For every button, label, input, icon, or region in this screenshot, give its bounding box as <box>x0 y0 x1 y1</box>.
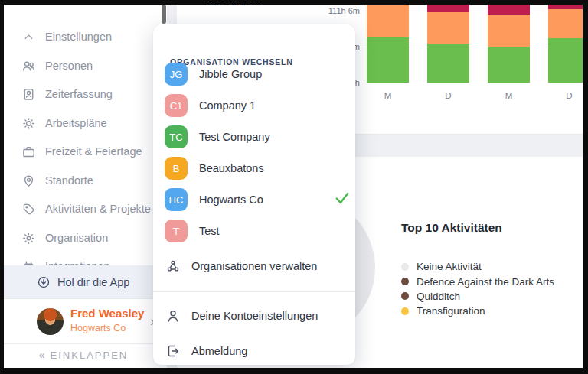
sidebar-item-organisation[interactable]: Organisation <box>21 229 161 246</box>
account-settings-label: Deine Kontoeinstellungen <box>191 310 318 322</box>
location-pin-icon <box>21 174 36 188</box>
user-avatar[interactable] <box>37 308 64 335</box>
legend-label: Keine Aktivität <box>416 261 482 272</box>
org-name: Company 1 <box>199 99 256 112</box>
network-icon <box>165 259 181 274</box>
bar-segment-orange <box>488 15 530 47</box>
tag-icon <box>21 202 36 216</box>
stacked-bar-1[interactable] <box>427 0 469 83</box>
collapse-sidebar-button[interactable]: «EINKLAPPEN <box>0 349 167 361</box>
legend-item: Keine Aktivität <box>401 259 585 274</box>
stacked-bar-3[interactable] <box>548 0 588 83</box>
bar-segment-green <box>367 37 409 83</box>
account-settings-item[interactable]: Deine Kontoeinstellungen <box>153 304 355 328</box>
sidebar-item-label: Arbeitspläne <box>45 117 107 129</box>
org-avatar: B <box>165 157 188 180</box>
legend-label: Quidditch <box>416 291 460 302</box>
get-the-app-label: Hol dir die App <box>57 276 129 288</box>
logout-icon <box>165 343 181 359</box>
x-tick-label: M <box>488 91 530 100</box>
sidebar-item-label: Standorte <box>45 174 93 187</box>
org-name: Jibble Group <box>199 68 262 80</box>
sidebar-item-label: Aktivitäten & Projekte <box>45 203 151 215</box>
sidebar-item-aktivitaeten-projekte[interactable]: Aktivitäten & Projekte <box>21 200 161 217</box>
sidebar-item-label: Einstellungen <box>45 31 112 43</box>
bar-segment-orange <box>548 9 588 38</box>
legend-item: Defence Against the Dark Arts <box>401 274 585 288</box>
app-screen: 228h 59m 111h 6m 55h 33m 0h MDMD Top 10 … <box>0 0 588 374</box>
org-option-beauxbatons[interactable]: BBeauxbatons <box>153 155 355 181</box>
bar-segment-red <box>488 0 530 15</box>
sidebar-item-einstellungen[interactable]: Einstellungen <box>21 28 161 45</box>
bar-segment-green <box>488 47 530 83</box>
bar-segment-green <box>427 44 469 83</box>
x-tick-label: D <box>427 91 469 100</box>
bar-segment-red <box>427 0 469 12</box>
stacked-bar-2[interactable] <box>488 0 530 83</box>
org-name: Test <box>199 225 220 237</box>
sidebar-item-label: Personen <box>45 60 93 72</box>
briefcase-icon <box>21 145 36 159</box>
manage-organizations-item[interactable]: Organisationen verwalten <box>153 254 355 278</box>
divider <box>153 291 355 292</box>
sidebar-item-freizeit-feiertage[interactable]: Freizeit & Feiertage <box>21 143 161 160</box>
logout-item[interactable]: Abmeldung <box>153 339 355 363</box>
org-avatar: T <box>165 220 188 242</box>
divider <box>0 343 167 344</box>
chevron-up-icon <box>21 30 36 44</box>
sidebar-item-zeiterfassung[interactable]: Zeiterfassung <box>21 86 161 102</box>
sidebar: EinstellungenPersonenZeiterfassungArbeit… <box>0 0 167 374</box>
bar-segment-orange <box>427 12 469 44</box>
org-option-hogwarts-co[interactable]: HCHogwarts Co <box>153 187 355 213</box>
org-option-test[interactable]: TTest <box>153 218 355 244</box>
sidebar-item-standorte[interactable]: Standorte <box>21 172 161 189</box>
person-icon <box>165 308 181 324</box>
activities-title: Top 10 Aktivitäten <box>401 221 502 235</box>
org-option-jibble-group[interactable]: JGJibble Group <box>153 61 355 87</box>
check-icon <box>334 190 351 207</box>
x-tick-label: D <box>548 91 588 100</box>
logout-label: Abmeldung <box>191 345 247 357</box>
bar-segment-green <box>548 38 588 83</box>
people-icon <box>21 59 36 73</box>
user-name: Fred Weasley <box>70 307 144 320</box>
legend-dot <box>401 278 409 285</box>
time-entry-icon <box>21 87 36 102</box>
bar-segment-red <box>548 0 588 9</box>
sidebar-item-label: Zeiterfassung <box>45 88 113 100</box>
legend-item: Transfiguration <box>401 304 585 318</box>
gear-icon <box>21 231 36 246</box>
org-name: Hogwarts Co <box>199 194 263 206</box>
legend-dot <box>401 292 409 300</box>
sidebar-item-label: Freizeit & Feiertage <box>45 145 142 158</box>
sidebar-item-arbeitsplaene[interactable]: Arbeitspläne <box>21 115 161 132</box>
work-schedule-icon <box>21 116 36 131</box>
sidebar-item-personen[interactable]: Personen <box>21 57 161 74</box>
user-organization: Hogwarts Co <box>70 323 126 333</box>
activities-legend: Keine AktivitätDefence Against the Dark … <box>401 259 585 319</box>
org-switcher-menu: ORGANISATION WECHSELN JGJibble GroupC1Co… <box>153 24 355 365</box>
org-avatar: HC <box>165 188 188 211</box>
get-the-app-button[interactable]: Hol dir die App <box>0 265 167 298</box>
download-circle-icon <box>37 275 51 289</box>
org-avatar: TC <box>165 125 188 148</box>
stacked-bar-0[interactable] <box>367 0 409 83</box>
org-avatar: C1 <box>165 94 188 117</box>
sidebar-scrollbar-thumb[interactable] <box>162 5 166 24</box>
org-name: Test Company <box>199 131 270 143</box>
sidebar-item-label: Organisation <box>45 232 108 244</box>
legend-dot <box>401 307 409 315</box>
user-menu-trigger[interactable] <box>0 299 167 343</box>
org-name: Beauxbatons <box>199 162 264 174</box>
legend-item: Quidditch <box>401 289 585 304</box>
legend-label: Transfiguration <box>416 305 485 317</box>
chevrons-left-icon: « <box>39 349 45 361</box>
bar-segment-orange <box>367 4 409 37</box>
org-option-company-1[interactable]: C1Company 1 <box>153 93 355 119</box>
legend-dot <box>401 263 409 271</box>
org-option-test-company[interactable]: TCTest Company <box>153 124 355 150</box>
collapse-label: EINKLAPPEN <box>51 350 129 361</box>
x-tick-label: M <box>367 91 409 100</box>
manage-organizations-label: Organisationen verwalten <box>191 260 317 272</box>
legend-label: Defence Against the Dark Arts <box>416 276 554 288</box>
